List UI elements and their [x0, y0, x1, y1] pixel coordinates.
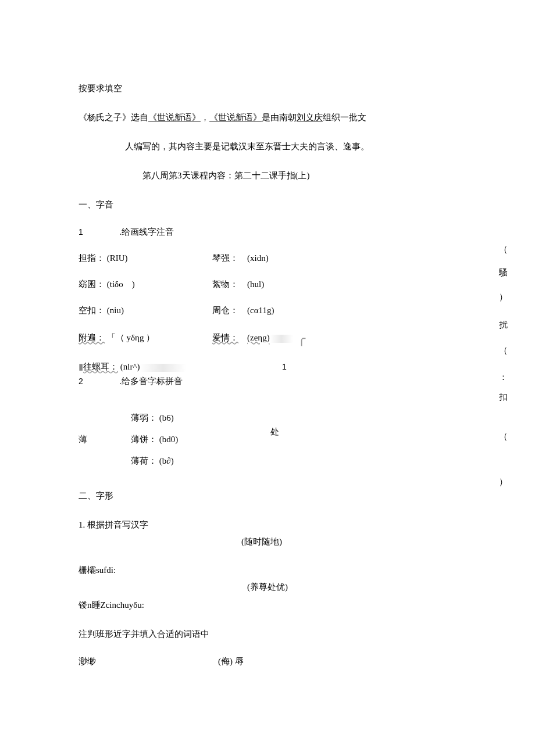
bo-r1-label: 薄弱： — [131, 413, 157, 422]
intro-pre: 《杨氏之子》选自 — [79, 113, 148, 122]
shape-r2-left: 镂n睡Zcinchuyδu: — [79, 598, 456, 612]
pinyin-row-5: ▮往螺耳： (nlr^) 1 — [79, 361, 456, 372]
right-paren-2: ） — [494, 292, 512, 303]
bo-r2-val: (bd0) — [159, 435, 179, 444]
p4-a-val: 「（ yδηg ） — [107, 333, 155, 342]
p4-b-val: (zeηg) — [247, 333, 270, 342]
right-char-sao: 騷 — [494, 267, 512, 278]
shape-r1-answer: (随时随地) — [241, 536, 282, 547]
p4-b-label: 爱情： — [212, 332, 247, 343]
p4-a-label: 附遍： — [79, 333, 105, 342]
p5-a-val: (nlr^) — [120, 362, 140, 371]
intro-after2: 组织一批文 — [323, 113, 366, 122]
right-paren-5: ） — [494, 476, 512, 488]
p1-b-val: (xidn) — [247, 253, 317, 263]
bottom-left-word: 渺缈 — [79, 656, 218, 667]
item-1-row: 1 .给画线字注音 — [79, 227, 456, 238]
bo-row-2: 薄饼： (bd0) — [131, 434, 178, 445]
item-1-number: 1 — [79, 227, 119, 237]
p1-b-label: 琴强： — [212, 253, 247, 264]
item-1-text: .给画线字注音 — [119, 227, 174, 238]
mid-number-1: 1 — [282, 362, 398, 371]
shape-row-1: (随时随地) — [79, 547, 456, 563]
item-2-text: .给多音字标拼音 — [119, 376, 183, 387]
right-paren-3: （ — [494, 345, 512, 356]
fill-in-blank-title: 按要求填空 — [79, 81, 456, 95]
right-char-rao: 扰 — [494, 320, 512, 331]
smudge-mark-2 — [140, 364, 186, 372]
p3-b-label: 周仓： — [212, 305, 247, 316]
item-2-row: 2 .给多音字标拼音 — [79, 376, 456, 387]
book-name-1: 《世说新语》 — [148, 113, 201, 122]
multi-pronounce-block: 薄 薄弱： (b6) 薄饼： (bd0) 薄荷： (b∂) 处 — [79, 402, 456, 477]
p3-b-val: (cα11g) — [247, 306, 317, 316]
intro-after1: 是由南朝 — [262, 113, 297, 122]
bo-r2-label: 薄饼： — [131, 435, 157, 444]
pinyin-row-3: 空扣： (niu) 周仓： (cα11g) — [79, 305, 456, 316]
p3-a-label: 空扣： — [79, 306, 105, 315]
pinyin-row-2: 窈囷： (tiδo ) 絮物： (hul) — [79, 279, 456, 290]
bottom-row: 渺缈 (侮) 辱 — [79, 656, 456, 667]
bo-r1-val: (b6) — [159, 413, 174, 422]
item-2-number: 2 — [79, 377, 119, 386]
book-name-2: 《世说新语》 — [209, 113, 262, 122]
shape-r1-left: 栅欛sufdi: — [79, 563, 456, 577]
bo-head-char: 薄 — [79, 434, 125, 445]
right-colon: ： — [494, 372, 512, 383]
shape-note: 注判班形近字并填入合适的词语中 — [79, 627, 456, 641]
bo-row-3: 薄荷： (b∂) — [131, 456, 178, 467]
shape-item-1: 1. 根据拼音写汉字 — [79, 518, 456, 532]
right-char-kou: 扣 — [494, 392, 512, 403]
p1-a-val: (RIU) — [107, 253, 128, 263]
smudge-mark-1 — [270, 335, 293, 343]
bo-r3-label: 薄荷： — [131, 456, 157, 465]
bottom-right-word: (侮) 辱 — [218, 656, 244, 667]
shape-r2-answer: (养尊处优) — [247, 582, 288, 593]
p2-a-close: ) — [132, 280, 135, 289]
pinyin-row-1: 担指： (RIU) 琴强： (xidn) — [79, 253, 456, 264]
section-1-heading: 一、字音 — [79, 198, 456, 212]
shape-row-2: (养尊处优) — [79, 592, 456, 598]
chu-char: 处 — [270, 427, 279, 438]
curve-mark: ╭ — [298, 331, 305, 346]
p2-b-label: 絮物： — [212, 279, 247, 290]
bo-row-1: 薄弱： (b6) — [131, 413, 178, 424]
intro-line-2: 人编写的，其内容主要是记载汉末至东晋士大夫的言谈、逸事。 — [125, 139, 456, 153]
author-name: 刘义庆 — [297, 113, 323, 122]
right-paren-1: （ — [494, 244, 512, 255]
p2-a-val: (tiδo — [107, 280, 123, 289]
section-2-heading: 二、字形 — [79, 489, 456, 503]
p2-b-val: (hul) — [247, 280, 317, 289]
intro-line-1: 《杨氏之子》选自《世说新语》，《世说新语》是由南朝刘义庆组织一批文 — [79, 110, 456, 124]
bo-r3-val: (b∂) — [159, 456, 174, 465]
accent-dot: ▮ — [79, 362, 83, 371]
p2-a-label: 窈囷： — [79, 280, 105, 289]
pinyin-row-4: 附遍： 「（ yδηg ） 爱情： (zeηg)╭ — [79, 331, 456, 346]
p5-a-label: 往螺耳： — [83, 362, 118, 371]
right-paren-4: （ — [494, 431, 512, 442]
p3-a-val: (niu) — [107, 306, 124, 315]
intro-mid: ， — [201, 113, 209, 122]
lesson-header: 第八周第3天课程内容：第二十二课手指(上) — [142, 169, 456, 182]
p1-a-label: 担指： — [79, 253, 105, 263]
